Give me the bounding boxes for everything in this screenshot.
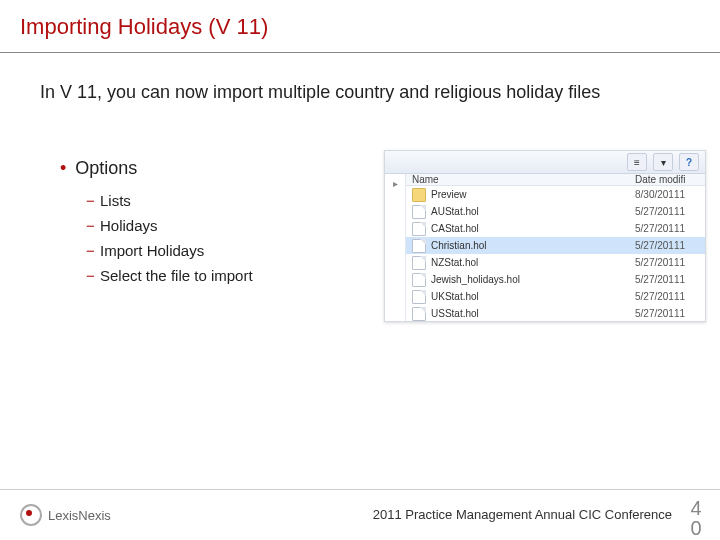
slide-title: Importing Holidays (V 11)	[20, 14, 268, 40]
file-list: Preview8/30/20111AUStat.hol5/27/20111CAS…	[406, 186, 705, 322]
file-name: NZStat.hol	[431, 257, 635, 268]
file-date: 5/27/20111	[635, 308, 705, 319]
file-row[interactable]: AUStat.hol5/27/20111	[406, 203, 705, 220]
bullet-label: Options	[75, 158, 137, 178]
sub-item-label: Holidays	[100, 217, 158, 234]
file-browser-screenshot: ≡ ▾ ? ▸ Name Date modifi Preview8/30/201…	[384, 150, 706, 322]
file-icon	[412, 290, 426, 304]
file-icon	[412, 205, 426, 219]
footer-divider	[0, 489, 720, 490]
column-name[interactable]: Name	[412, 174, 635, 185]
sub-item: − Lists	[86, 192, 253, 209]
dash-icon: −	[86, 267, 100, 284]
dash-icon: −	[86, 242, 100, 259]
file-date: 5/27/20111	[635, 291, 705, 302]
file-browser-sidebar: ▸	[385, 174, 406, 322]
page-number: 4 0	[684, 498, 708, 538]
file-icon	[412, 256, 426, 270]
file-list-header: Name Date modifi	[406, 174, 705, 186]
sub-item-label: Lists	[100, 192, 131, 209]
file-name: Preview	[431, 189, 635, 200]
bullet-options: • Options	[60, 158, 137, 179]
intro-text: In V 11, you can now import multiple cou…	[40, 82, 600, 103]
page-number-top: 4	[684, 498, 708, 518]
brand-name: LexisNexis	[48, 508, 111, 523]
file-date: 5/27/20111	[635, 223, 705, 234]
sub-item: − Select the file to import	[86, 267, 253, 284]
file-date: 5/27/20111	[635, 274, 705, 285]
options-sublist: − Lists − Holidays − Import Holidays − S…	[86, 192, 253, 292]
file-row[interactable]: UKStat.hol5/27/20111	[406, 288, 705, 305]
file-name: AUStat.hol	[431, 206, 635, 217]
file-row[interactable]: Jewish_holidays.hol5/27/20111	[406, 271, 705, 288]
chevron-down-icon: ▾	[661, 157, 666, 168]
file-row[interactable]: NZStat.hol5/27/20111	[406, 254, 705, 271]
sub-item: − Holidays	[86, 217, 253, 234]
file-name: UKStat.hol	[431, 291, 635, 302]
conference-label: 2011 Practice Management Annual CIC Conf…	[373, 507, 672, 522]
page-number-bottom: 0	[684, 518, 708, 538]
file-date: 5/27/20111	[635, 257, 705, 268]
help-button[interactable]: ?	[679, 153, 699, 171]
sub-item-label: Import Holidays	[100, 242, 204, 259]
sub-item: − Import Holidays	[86, 242, 253, 259]
column-date[interactable]: Date modifi	[635, 174, 705, 185]
file-icon	[412, 273, 426, 287]
view-dropdown-button[interactable]: ▾	[653, 153, 673, 171]
slide: Importing Holidays (V 11) In V 11, you c…	[0, 0, 720, 540]
file-icon	[412, 239, 426, 253]
folder-icon	[412, 188, 426, 202]
file-browser-body: ▸ Name Date modifi Preview8/30/20111AUSt…	[385, 174, 705, 322]
file-icon	[412, 222, 426, 236]
help-icon: ?	[686, 157, 692, 168]
file-browser-toolbar: ≡ ▾ ?	[385, 151, 705, 174]
view-menu-button[interactable]: ≡	[627, 153, 647, 171]
dash-icon: −	[86, 192, 100, 209]
file-row[interactable]: Christian.hol5/27/20111	[406, 237, 705, 254]
file-browser-main: Name Date modifi Preview8/30/20111AUStat…	[406, 174, 705, 322]
file-date: 8/30/20111	[635, 189, 705, 200]
file-icon	[412, 307, 426, 321]
list-icon: ≡	[634, 157, 640, 168]
file-name: CAStat.hol	[431, 223, 635, 234]
file-name: USStat.hol	[431, 308, 635, 319]
dash-icon: −	[86, 217, 100, 234]
sub-item-label: Select the file to import	[100, 267, 253, 284]
file-row[interactable]: USStat.hol5/27/20111	[406, 305, 705, 322]
file-date: 5/27/20111	[635, 240, 705, 251]
file-row[interactable]: Preview8/30/20111	[406, 186, 705, 203]
chevron-right-icon: ▸	[385, 174, 405, 189]
title-underline	[0, 52, 720, 53]
logo-icon	[20, 504, 42, 526]
file-name: Jewish_holidays.hol	[431, 274, 635, 285]
file-date: 5/27/20111	[635, 206, 705, 217]
file-name: Christian.hol	[431, 240, 635, 251]
file-row[interactable]: CAStat.hol5/27/20111	[406, 220, 705, 237]
bullet-dot-icon: •	[60, 158, 70, 178]
brand-logo: LexisNexis	[20, 504, 111, 526]
